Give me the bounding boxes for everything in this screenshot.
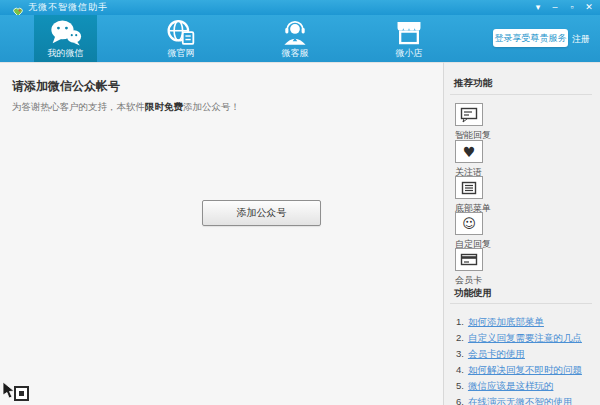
help-link[interactable]: 微信应该是这样玩的 xyxy=(468,380,554,391)
bottom-menu-icon[interactable] xyxy=(455,176,483,199)
tab-label: 我的微信 xyxy=(48,47,84,60)
link-number: 3. xyxy=(456,348,464,359)
help-link[interactable]: 如何添加底部菜单 xyxy=(468,316,544,327)
customer-service-icon xyxy=(280,19,310,46)
help-link-row: 1.如何添加底部菜单 xyxy=(456,316,544,329)
feature-member-card[interactable]: 会员卡 xyxy=(455,248,483,287)
tab-label: 微官网 xyxy=(168,47,195,60)
page-title: 请添加微信公众帐号 xyxy=(12,78,120,95)
help-link-row: 2.自定义回复需要注意的几点 xyxy=(456,332,582,345)
menu-dropdown-icon[interactable]: ▾ xyxy=(533,0,543,15)
tab-label: 微小店 xyxy=(396,47,423,60)
tab-micro-shop[interactable]: 微小店 xyxy=(377,15,441,62)
screenshot-cursor-artifact xyxy=(2,381,32,405)
page-subtext: 为答谢热心客户的支持，本软件限时免费添加公众号！ xyxy=(12,101,240,114)
help-link-row: 5.微信应该是这样玩的 xyxy=(456,380,553,393)
micro-website-icon xyxy=(166,19,196,46)
app-title: 无微不智微信助手 xyxy=(28,1,108,14)
smart-reply-icon[interactable] xyxy=(455,103,483,126)
tab-customer-service[interactable]: 微客服 xyxy=(263,15,327,62)
minimize-button[interactable]: – xyxy=(550,0,560,15)
maximize-button[interactable]: ▫ xyxy=(567,0,577,15)
micro-shop-icon xyxy=(394,19,424,46)
help-link-row: 4.如何解决回复不即时的问题 xyxy=(456,364,582,377)
help-link-row: 3.会员卡的使用 xyxy=(456,348,525,361)
sidebar: 推荐功能 智能回复 ♥ 关注语 xyxy=(443,62,600,405)
tab-micro-website[interactable]: 微官网 xyxy=(149,15,213,62)
feature-label: 会员卡 xyxy=(455,274,483,287)
main-panel: 请添加微信公众帐号 为答谢热心客户的支持，本软件限时免费添加公众号！ 添加公众号 xyxy=(0,62,443,405)
app-logo-icon xyxy=(13,3,23,13)
tab-label: 微客服 xyxy=(282,47,309,60)
help-link[interactable]: 自定义回复需要注意的几点 xyxy=(468,332,582,343)
subtext-highlight: 限时免费 xyxy=(145,101,183,112)
divider xyxy=(450,94,592,95)
close-button[interactable]: ✕ xyxy=(584,0,594,15)
titlebar: 无微不智微信助手 ▾ – ▫ ✕ xyxy=(0,0,600,15)
usage-header: 功能使用 xyxy=(454,287,492,300)
login-button[interactable]: 登录享受尊贵服务 xyxy=(493,29,568,47)
heart-icon[interactable]: ♥ xyxy=(455,140,483,163)
divider xyxy=(450,303,592,304)
help-link-row: 6.在线演示无微不智的使用 xyxy=(456,396,572,405)
feature-custom-reply[interactable]: ☺ 自定回复 xyxy=(455,212,491,251)
feature-smart-reply[interactable]: 智能回复 xyxy=(455,103,491,142)
wechat-icon xyxy=(50,19,82,46)
member-card-icon[interactable] xyxy=(455,248,483,271)
app-window: 无微不智微信助手 ▾ – ▫ ✕ 我的微信 xyxy=(0,0,600,405)
help-link[interactable]: 如何解决回复不即时的问题 xyxy=(468,364,582,375)
window-controls: ▾ – ▫ ✕ xyxy=(533,0,594,15)
feature-follow-greeting[interactable]: ♥ 关注语 xyxy=(455,140,483,179)
feature-bottom-menu[interactable]: 底部菜单 xyxy=(455,176,491,215)
link-number: 2. xyxy=(456,332,464,343)
register-link[interactable]: 注册 xyxy=(572,33,590,46)
add-public-account-button[interactable]: 添加公众号 xyxy=(202,200,321,226)
link-number: 4. xyxy=(456,364,464,375)
help-link[interactable]: 在线演示无微不智的使用 xyxy=(468,396,573,405)
subtext-suffix: 添加公众号！ xyxy=(183,101,240,112)
link-number: 5. xyxy=(456,380,464,391)
tab-my-wechat[interactable]: 我的微信 xyxy=(34,15,97,62)
recommend-header: 推荐功能 xyxy=(454,77,492,90)
custom-reply-icon[interactable]: ☺ xyxy=(455,212,483,235)
subtext-prefix: 为答谢热心客户的支持，本软件 xyxy=(12,101,145,112)
link-number: 6. xyxy=(456,396,464,405)
link-number: 1. xyxy=(456,316,464,327)
toolbar: 我的微信 微官网 xyxy=(0,15,600,62)
help-link[interactable]: 会员卡的使用 xyxy=(468,348,525,359)
